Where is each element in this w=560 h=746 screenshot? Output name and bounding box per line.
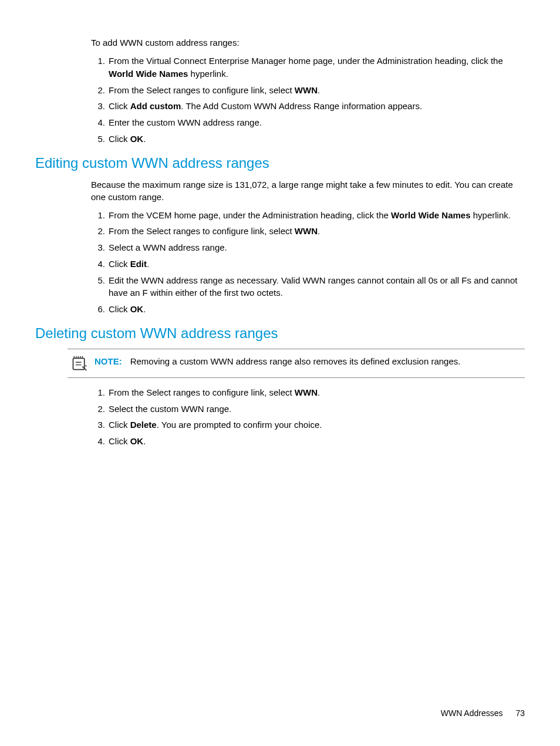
list-item: From the Select ranges to configure link… <box>91 225 525 238</box>
step-post: . <box>318 85 320 95</box>
deleting-heading: Deleting custom WWN address ranges <box>35 325 525 342</box>
deleting-steps: From the Select ranges to configure link… <box>91 386 525 448</box>
step-post: . The Add Custom WWN Address Range infor… <box>181 101 422 111</box>
list-item: From the Virtual Connect Enterprise Mana… <box>91 55 525 80</box>
step-pre: Click <box>109 134 130 144</box>
list-item: Click OK. <box>91 133 525 146</box>
step-bold: World Wide Names <box>391 210 470 220</box>
step-pre: Select a WWN address range. <box>109 242 227 252</box>
note-block: NOTE:Removing a custom WWN address range… <box>68 349 525 378</box>
list-item: Click Delete. You are prompted to confir… <box>91 418 525 431</box>
note-icon <box>68 355 91 372</box>
footer-section: WWN Addresses <box>441 708 503 718</box>
step-bold: WWN <box>295 226 318 236</box>
step-bold: OK <box>130 134 144 144</box>
step-bold: OK <box>130 304 144 314</box>
footer-page-number: 73 <box>515 708 525 718</box>
step-pre: From the VCEM home page, under the Admin… <box>109 210 391 220</box>
step-post: . <box>318 226 320 236</box>
list-item: From the Select ranges to configure link… <box>91 386 525 399</box>
step-bold: World Wide Names <box>109 69 188 79</box>
intro-lead: To add WWN custom address ranges: <box>91 36 525 49</box>
step-bold: Delete <box>130 420 157 430</box>
editing-lead: Because the maximum range size is 131,07… <box>91 178 525 203</box>
list-item: Click OK. <box>91 303 525 316</box>
list-item: Click OK. <box>91 435 525 448</box>
step-bold: Edit <box>130 259 147 269</box>
step-post: hyperlink. <box>471 210 511 220</box>
step-pre: Select the custom WWN range. <box>109 404 231 414</box>
editing-heading: Editing custom WWN address ranges <box>35 155 525 171</box>
note-label: NOTE: <box>95 356 122 366</box>
step-pre: Click <box>109 259 130 269</box>
list-item: Click Edit. <box>91 258 525 271</box>
step-pre: From the Select ranges to configure link… <box>109 226 295 236</box>
step-pre: From the Select ranges to configure link… <box>109 85 295 95</box>
step-pre: Edit the WWN address range as necessary.… <box>109 275 517 298</box>
list-item: Select the custom WWN range. <box>91 403 525 416</box>
step-post: . <box>143 304 146 314</box>
note-text: Removing a custom WWN address range also… <box>130 356 461 366</box>
step-pre: Click <box>109 304 130 314</box>
step-pre: From the Select ranges to configure link… <box>109 387 295 397</box>
step-pre: Click <box>109 420 130 430</box>
list-item: Select a WWN address range. <box>91 241 525 254</box>
list-item: Click Add custom. The Add Custom WWN Add… <box>91 100 525 113</box>
step-pre: Click <box>109 436 130 446</box>
step-post: . <box>143 134 146 144</box>
step-post: . You are prompted to confirm your choic… <box>157 420 322 430</box>
step-pre: Click <box>109 101 130 111</box>
step-bold: OK <box>130 436 144 446</box>
step-bold: Add custom <box>130 101 181 111</box>
list-item: From the Select ranges to configure link… <box>91 84 525 97</box>
step-post: . <box>318 387 320 397</box>
step-bold: WWN <box>295 387 318 397</box>
intro-steps: From the Virtual Connect Enterprise Mana… <box>91 55 525 146</box>
step-post: hyperlink. <box>188 69 228 79</box>
list-item: Edit the WWN address range as necessary.… <box>91 274 525 300</box>
step-pre: From the Virtual Connect Enterprise Mana… <box>109 56 503 66</box>
list-item: From the VCEM home page, under the Admin… <box>91 209 525 222</box>
page-footer: WWN Addresses 73 <box>441 708 525 718</box>
step-post: . <box>143 436 146 446</box>
list-item: Enter the custom WWN address range. <box>91 116 525 129</box>
editing-steps: From the VCEM home page, under the Admin… <box>91 209 525 316</box>
step-bold: WWN <box>295 85 318 95</box>
step-pre: Enter the custom WWN address range. <box>109 117 262 127</box>
svg-rect-0 <box>73 358 85 369</box>
step-post: . <box>147 259 149 269</box>
